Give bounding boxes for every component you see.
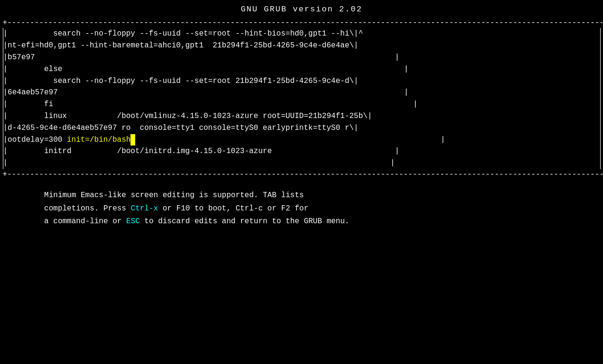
code-line-1: | search --no-floppy --fs-uuid --set=roo… (3, 28, 600, 40)
pipe-left: | (3, 52, 8, 64)
pipe-left: | (3, 122, 8, 134)
pipe-left: | (3, 28, 8, 40)
line-content: ootdelay=300 init=/bin/bash | (8, 134, 600, 146)
pipe-left: | (3, 87, 8, 99)
grub-title: GNU GRUB version 2.02 (241, 5, 362, 14)
line-content: b57e97 | (8, 52, 600, 64)
line-content: search --no-floppy --fs-uuid --set=root … (8, 28, 600, 40)
ctrl-x-highlight: Ctrl-x (131, 204, 158, 213)
normal-text: ootdelay=300 (8, 136, 67, 144)
code-line-12: | | (3, 157, 600, 169)
line-content: else | (8, 64, 600, 75)
code-line-4: | else | (3, 64, 600, 75)
esc-highlight: ESC (126, 217, 140, 226)
help-line-2: completions. Press Ctrl-x or F10 to boot… (17, 202, 586, 215)
pipe-left: | (3, 134, 8, 146)
line-content: initrd /boot/initrd.img-4.15.0-1023-azur… (8, 146, 600, 157)
code-line-3: | b57e97 | (3, 52, 600, 64)
border-top: +---------------------------------------… (3, 18, 601, 28)
pipe-left: | (3, 99, 8, 110)
code-line-6: | 6e4aeb57e97 | (3, 87, 600, 99)
line-content: d-4265-9c4e-d6e4aeb57e97 ro console=tty1… (8, 122, 600, 134)
pipe-left: | (3, 110, 8, 122)
line-content: search --no-floppy --fs-uuid --set=root … (8, 75, 600, 87)
line-content: | (8, 157, 600, 169)
code-line-8: | linux /boot/vmlinuz-4.15.0-1023-azure … (3, 110, 600, 122)
cursor (130, 134, 135, 146)
help-line-1: Minimum Emacs-like screen editing is sup… (17, 189, 586, 202)
line-content: linux /boot/vmlinuz-4.15.0-1023-azure ro… (8, 110, 600, 122)
code-line-11: | initrd /boot/initrd.img-4.15.0-1023-az… (3, 146, 600, 157)
code-line-9: | d-4265-9c4e-d6e4aeb57e97 ro console=tt… (3, 122, 600, 134)
code-line-2: | nt-efi=hd0,gpt1 --hint-baremetal=ahci0… (3, 40, 600, 52)
editor-box[interactable]: | search --no-floppy --fs-uuid --set=roo… (3, 28, 601, 169)
help-line-3: a command-line or ESC to discard edits a… (17, 215, 586, 228)
pipe-left: | (3, 157, 8, 169)
border-bottom: +---------------------------------------… (3, 169, 601, 180)
line-content: fi | (8, 99, 600, 110)
line-content: 6e4aeb57e97 | (8, 87, 600, 99)
pipe-left: | (3, 146, 8, 157)
code-line-7: | fi | (3, 99, 600, 110)
code-line-5: | search --no-floppy --fs-uuid --set=roo… (3, 75, 600, 87)
help-section: Minimum Emacs-like screen editing is sup… (17, 189, 586, 228)
pipe-left: | (3, 75, 8, 87)
code-line-10: | ootdelay=300 init=/bin/bash | (3, 134, 600, 146)
pipe-left: | (3, 40, 8, 52)
pipe-left: | (3, 64, 8, 75)
line-content: nt-efi=hd0,gpt1 --hint-baremetal=ahci0,g… (8, 40, 600, 52)
init-bash-highlight: init=/bin/bash (67, 136, 130, 144)
padding: | (135, 136, 445, 144)
